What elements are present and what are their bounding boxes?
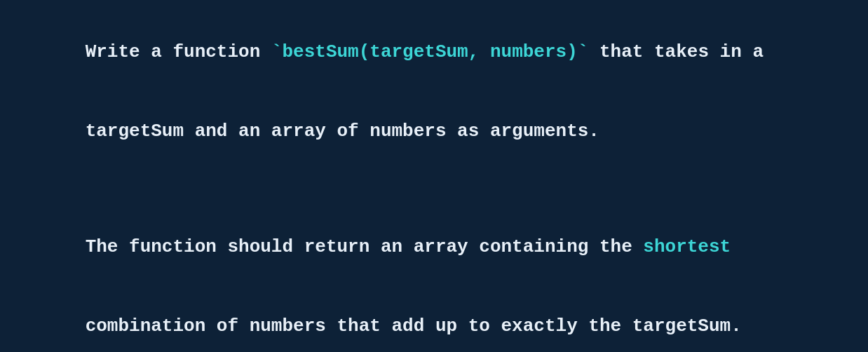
main-content: Write a function `bestSum(targetSum, num… — [0, 0, 868, 352]
paragraph-1-line-2: targetSum and an array of numbers as arg… — [20, 92, 848, 171]
text-shortest: shortest — [643, 236, 731, 257]
text-write-a-function: Write a function — [86, 41, 271, 62]
text-that-takes: that takes in a — [588, 41, 764, 62]
paragraph-1-line-1: Write a function `bestSum(targetSum, num… — [20, 13, 848, 92]
text-combination-numbers: combination of numbers that add up to ex… — [86, 316, 742, 337]
code-bestSum: `bestSum(targetSum, numbers)` — [271, 41, 588, 62]
text-targetsum-array: targetSum and an array of numbers as arg… — [86, 121, 599, 142]
paragraph-1: Write a function `bestSum(targetSum, num… — [20, 13, 848, 171]
paragraph-2-line-1: The function should return an array cont… — [20, 208, 848, 287]
text-function-should-return: The function should return an array cont… — [86, 236, 644, 257]
paragraph-2: The function should return an array cont… — [20, 208, 848, 352]
spacer-1 — [20, 171, 848, 208]
paragraph-2-line-2: combination of numbers that add up to ex… — [20, 287, 848, 352]
